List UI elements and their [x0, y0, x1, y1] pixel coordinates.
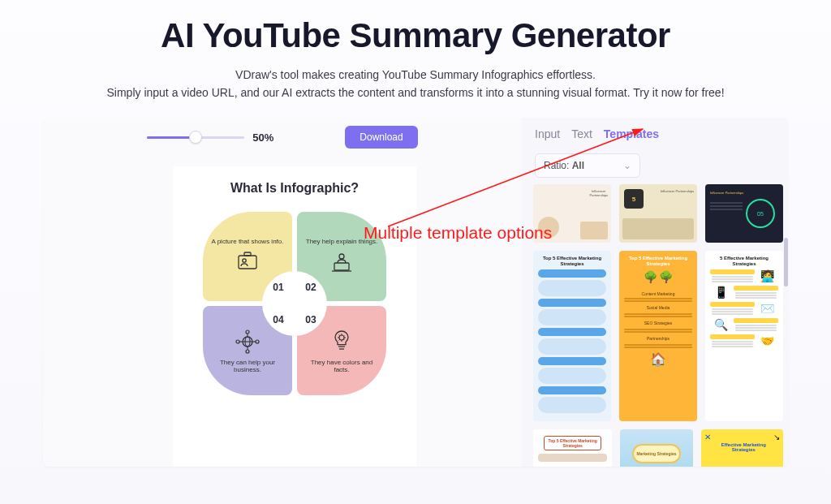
laptop-person-icon — [328, 248, 355, 276]
ratio-value: All — [572, 160, 584, 171]
id-card-icon — [234, 248, 261, 276]
tmpl4-title: Top 5 Effective Marketing Strategies — [536, 256, 608, 266]
page-subtitle-1: VDraw's tool makes creating YouTube Summ… — [0, 67, 831, 84]
tabs: Input Text Templates — [522, 118, 788, 145]
tmpl8-title: Marketing Strategies — [632, 444, 681, 463]
tmpl9-title: Effective Marketing Strategies — [709, 442, 778, 452]
template-thumb-4[interactable]: Top 5 Effective Marketing Strategies — [533, 251, 611, 421]
app-frame: 50% Download What Is Infographic? A pict… — [43, 118, 788, 467]
svg-point-13 — [246, 350, 249, 353]
svg-rect-0 — [239, 256, 256, 269]
svg-point-12 — [246, 330, 249, 334]
infographic-canvas[interactable]: What Is Infographic? A picture that show… — [173, 166, 416, 467]
center-02: 02 — [295, 271, 327, 304]
center-03: 03 — [295, 304, 327, 336]
page-subtitle-2: Simply input a video URL, and our AI ext… — [0, 84, 831, 102]
network-globe-icon — [234, 328, 261, 355]
center-numbers: 01 02 04 03 — [262, 271, 327, 336]
ratio-label: Ratio: — [544, 160, 569, 171]
side-panel: Input Text Templates Ratio: All ⌄ Influe… — [522, 118, 788, 467]
infographic-petals: A picture that shows info. They help exp… — [201, 210, 388, 397]
template-thumb-1[interactable]: InfluencerPartnerships — [533, 184, 611, 243]
svg-rect-2 — [244, 252, 251, 256]
tab-templates[interactable]: Templates — [604, 127, 659, 140]
svg-point-1 — [243, 259, 246, 262]
petal-4-caption: They can help your business. — [209, 359, 286, 374]
template-thumb-3[interactable]: 05 Influencer Partnerships — [705, 184, 783, 243]
svg-point-15 — [256, 340, 259, 343]
template-thumb-6[interactable]: 5 Effective Marketing Strategies 🧑‍💻 📱 ✉… — [705, 251, 783, 421]
tmpl6-title: 5 Effective Marketing Strategies — [708, 256, 780, 266]
petal-3-caption: They have colors and facts. — [304, 359, 380, 374]
tmpl5-title: Top 5 Effective Marketing Strategies — [622, 256, 694, 266]
template-thumb-2[interactable]: 5 Influencer Partnerships — [619, 184, 697, 243]
lightbulb-gear-icon — [328, 328, 355, 355]
page-title: AI YouTube Summary Generator — [0, 16, 831, 55]
template-thumb-7[interactable]: Top 5 Effective Marketing Strategies — [533, 429, 612, 467]
tab-text[interactable]: Text — [571, 127, 592, 140]
download-button[interactable]: Download — [345, 126, 417, 149]
svg-point-14 — [236, 340, 239, 343]
template-scrollbar[interactable] — [784, 184, 788, 459]
template-thumb-9[interactable]: ✕ ↘ Effective Marketing Strategies — [701, 429, 783, 467]
chevron-down-icon: ⌄ — [623, 160, 631, 171]
svg-rect-4 — [334, 263, 349, 270]
toolbar: 50% Download — [43, 126, 522, 149]
center-04: 04 — [262, 304, 295, 336]
template-grid: InfluencerPartnerships 5 Influencer Part… — [533, 184, 783, 467]
tmpl7-title: Top 5 Effective Marketing Strategies — [544, 436, 601, 450]
svg-point-3 — [339, 254, 344, 259]
preview-panel: 50% Download What Is Infographic? A pict… — [43, 118, 522, 467]
template-thumb-5[interactable]: Top 5 Effective Marketing Strategies 🌳🌳 … — [619, 251, 697, 421]
center-01: 01 — [262, 271, 295, 304]
zoom-slider[interactable]: 50% — [147, 131, 273, 144]
template-thumb-8[interactable]: Marketing Strategies — [620, 429, 692, 467]
ratio-dropdown[interactable]: Ratio: All ⌄ — [535, 153, 640, 178]
zoom-value: 50% — [252, 131, 273, 144]
petal-1-caption: A picture that shows info. — [212, 238, 284, 246]
tab-input[interactable]: Input — [535, 127, 560, 140]
infographic-title: What Is Infographic? — [184, 181, 405, 196]
petal-2-caption: They help explain things. — [306, 238, 378, 246]
